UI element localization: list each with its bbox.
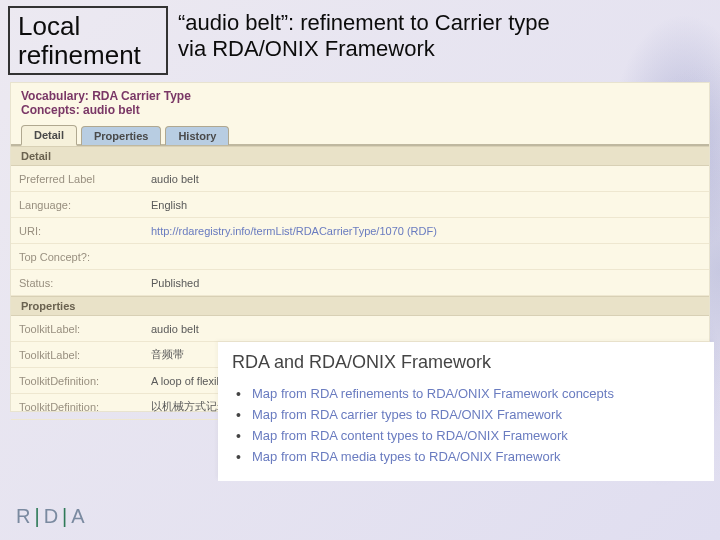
label-status: Status: [11, 273, 143, 293]
logo-a: A [71, 505, 87, 527]
title-line1: Local [18, 12, 158, 41]
label-tk-label-2: ToolkitLabel: [11, 345, 143, 365]
value-tk-label-1: audio belt [143, 319, 709, 339]
subtitle-line1: “audio belt”: refinement to Carrier type [178, 10, 550, 36]
title-line2: refinement [18, 41, 158, 70]
vocab-value: RDA Carrier Type [92, 89, 191, 103]
concepts-value: audio belt [83, 103, 140, 117]
row-status: Status: Published [11, 270, 709, 296]
value-top-concept [143, 253, 709, 261]
label-preferred: Preferred Label [11, 169, 143, 189]
slide: Local refinement “audio belt”: refinemen… [0, 0, 720, 540]
title-box: Local refinement [8, 6, 168, 75]
overlay-link-refinements[interactable]: Map from RDA refinements to RDA/ONIX Fra… [236, 383, 700, 404]
value-status: Published [143, 273, 709, 293]
value-preferred: audio belt [143, 169, 709, 189]
logo-r: R [16, 505, 33, 527]
row-preferred-label: Preferred Label audio belt [11, 166, 709, 192]
value-uri[interactable]: http://rdaregistry.info/termList/RDACarr… [143, 221, 709, 241]
header-row: Local refinement “audio belt”: refinemen… [0, 0, 720, 79]
label-top-concept: Top Concept?: [11, 247, 143, 267]
overlay-link-media[interactable]: Map from RDA media types to RDA/ONIX Fra… [236, 446, 700, 467]
framework-overlay: RDA and RDA/ONIX Framework Map from RDA … [218, 342, 714, 481]
section-detail: Detail [11, 146, 709, 166]
logo-bar-1: | [34, 505, 42, 527]
row-top-concept: Top Concept?: [11, 244, 709, 270]
overlay-list: Map from RDA refinements to RDA/ONIX Fra… [232, 383, 700, 467]
rda-logo: R|D|A [16, 505, 88, 528]
tabs: Detail Properties History [11, 123, 709, 146]
value-language: English [143, 195, 709, 215]
label-language: Language: [11, 195, 143, 215]
tab-detail[interactable]: Detail [21, 125, 77, 146]
row-language: Language: English [11, 192, 709, 218]
overlay-title: RDA and RDA/ONIX Framework [232, 352, 700, 373]
overlay-link-carrier[interactable]: Map from RDA carrier types to RDA/ONIX F… [236, 404, 700, 425]
section-properties: Properties [11, 296, 709, 316]
label-tk-label-1: ToolkitLabel: [11, 319, 143, 339]
concepts-label: Concepts: [21, 103, 80, 117]
label-tk-def-1: ToolkitDefinition: [11, 371, 143, 391]
subtitle-line2: via RDA/ONIX Framework [178, 36, 550, 62]
tab-properties[interactable]: Properties [81, 126, 161, 145]
overlay-link-content[interactable]: Map from RDA content types to RDA/ONIX F… [236, 425, 700, 446]
panel-header: Vocabulary: RDA Carrier Type Concepts: a… [11, 83, 709, 119]
row-toolkit-label-1: ToolkitLabel: audio belt [11, 316, 709, 342]
label-tk-def-2: ToolkitDefinition: [11, 397, 143, 417]
label-uri: URI: [11, 221, 143, 241]
subtitle: “audio belt”: refinement to Carrier type… [178, 6, 550, 63]
row-uri: URI: http://rdaregistry.info/termList/RD… [11, 218, 709, 244]
logo-bar-2: | [62, 505, 70, 527]
logo-d: D [44, 505, 61, 527]
tab-history[interactable]: History [165, 126, 229, 145]
vocab-label: Vocabulary: [21, 89, 89, 103]
